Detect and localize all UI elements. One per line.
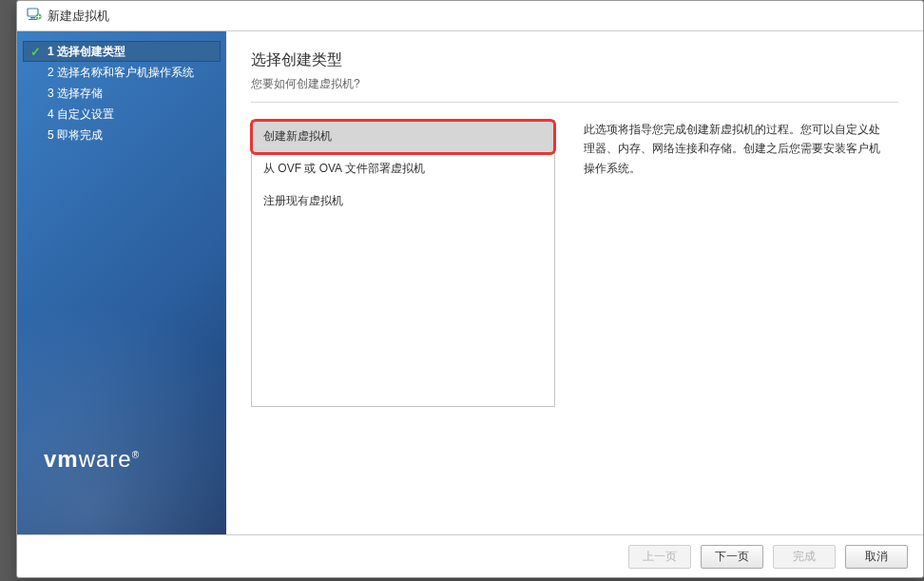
option-deploy-ovf[interactable]: 从 OVF 或 OVA 文件部署虚拟机 — [252, 153, 554, 185]
vmware-logo: vmware® — [44, 446, 140, 473]
next-button[interactable]: 下一页 — [701, 545, 763, 569]
back-button: 上一页 — [628, 545, 691, 569]
dialog-titlebar: 新建虚拟机 — [17, 1, 923, 31]
finish-button: 完成 — [773, 545, 836, 569]
wizard-step-1[interactable]: 1 选择创建类型 — [23, 41, 221, 62]
dialog-footer: 上一页 下一页 完成 取消 — [17, 534, 923, 577]
dialog-body: 1 选择创建类型 2 选择名称和客户机操作系统 3 选择存储 4 自定义设置 5… — [17, 31, 923, 534]
wizard-step-3[interactable]: 3 选择存储 — [23, 83, 221, 104]
creation-type-list: 创建新虚拟机 从 OVF 或 OVA 文件部署虚拟机 注册现有虚拟机 — [251, 120, 555, 407]
dialog-title: 新建虚拟机 — [48, 8, 109, 25]
svg-rect-2 — [29, 19, 37, 20]
divider — [251, 102, 898, 103]
option-description: 此选项将指导您完成创建新虚拟机的过程。您可以自定义处理器、内存、网络连接和存储。… — [584, 120, 888, 407]
wizard-sidebar: 1 选择创建类型 2 选择名称和客户机操作系统 3 选择存储 4 自定义设置 5… — [17, 31, 226, 534]
page-title: 选择创建类型 — [251, 50, 898, 70]
option-create-new-vm[interactable]: 创建新虚拟机 — [252, 121, 554, 153]
cancel-button[interactable]: 取消 — [845, 545, 908, 569]
vm-add-icon — [27, 7, 48, 25]
page-subtitle: 您要如何创建虚拟机? — [251, 76, 898, 92]
wizard-step-4[interactable]: 4 自定义设置 — [23, 104, 221, 125]
wizard-step-2[interactable]: 2 选择名称和客户机操作系统 — [23, 62, 221, 83]
wizard-main: 选择创建类型 您要如何创建虚拟机? 创建新虚拟机 从 OVF 或 OVA 文件部… — [226, 31, 923, 534]
wizard-step-5[interactable]: 5 即将完成 — [23, 125, 221, 145]
option-register-existing[interactable]: 注册现有虚拟机 — [252, 185, 554, 218]
content-area: 创建新虚拟机 从 OVF 或 OVA 文件部署虚拟机 注册现有虚拟机 此选项将指… — [251, 120, 898, 407]
svg-rect-1 — [30, 17, 35, 19]
new-vm-dialog: 新建虚拟机 1 选择创建类型 2 选择名称和客户机操作系统 3 选择存储 4 自… — [16, 0, 924, 578]
